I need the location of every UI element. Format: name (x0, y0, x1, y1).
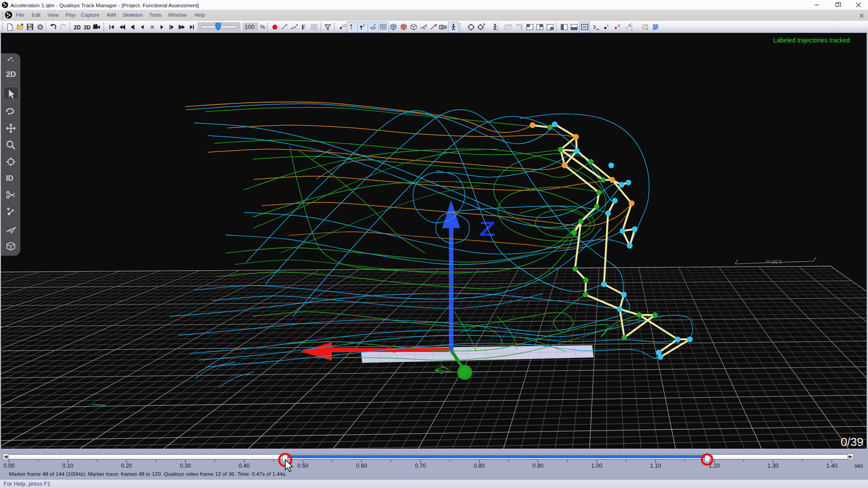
svg-text:0.80: 0.80 (474, 463, 485, 469)
svg-text:0.40: 0.40 (239, 463, 250, 469)
svg-text:U: U (618, 23, 620, 28)
svg-text:Z: Z (479, 218, 495, 240)
svg-text:ID: ID (6, 174, 14, 182)
svg-text:0.10: 0.10 (62, 463, 73, 469)
svg-text:0.70: 0.70 (415, 463, 426, 469)
svg-text:0.60: 0.60 (356, 463, 367, 469)
svg-text:3D: 3D (84, 24, 91, 31)
svg-text:L2: L2 (342, 23, 346, 28)
svg-text:1.00: 1.00 (591, 463, 602, 469)
svg-text:2D: 2D (6, 70, 16, 79)
svg-text:0.20: 0.20 (121, 463, 132, 469)
svg-text:1.10: 1.10 (650, 463, 661, 469)
svg-text:1.30: 1.30 (768, 463, 778, 469)
svg-text:1.50 m: 1.50 m (766, 259, 782, 265)
svg-text:L: L (607, 23, 609, 28)
svg-text:sec: sec (854, 463, 863, 469)
svg-text:0/39: 0/39 (840, 435, 863, 449)
svg-text:F: F (374, 23, 376, 27)
svg-text:Labeled trajectories tracked: Labeled trajectories tracked (774, 37, 850, 44)
svg-text:1.20: 1.20 (709, 463, 720, 469)
svg-text:0.00: 0.00 (4, 463, 14, 469)
svg-text:0.30: 0.30 (180, 463, 191, 469)
svg-text:1.40: 1.40 (826, 463, 837, 469)
svg-text:F: F (302, 24, 306, 31)
svg-text:F: F (363, 23, 365, 28)
svg-text:2D: 2D (74, 24, 81, 31)
svg-text:0.90: 0.90 (533, 463, 543, 469)
svg-text:0.50: 0.50 (297, 463, 308, 469)
